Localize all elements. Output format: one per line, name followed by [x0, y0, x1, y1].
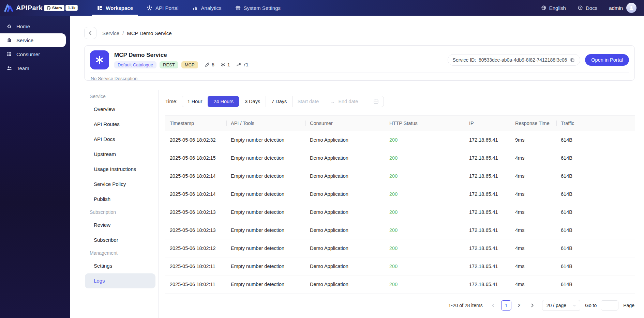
menu-item-review[interactable]: Review	[85, 218, 155, 233]
time-option-24-hours[interactable]: 24 Hours	[208, 96, 239, 107]
topnav-tab-system-settings[interactable]: System Settings	[228, 0, 287, 16]
user-menu[interactable]: admin	[609, 3, 636, 13]
ip-cell: 172.18.65.41	[465, 137, 511, 143]
end-date-input[interactable]	[338, 99, 368, 104]
topnav-tab-api-portal[interactable]: API Portal	[140, 0, 185, 16]
api-tools-cell: Empty number detection	[226, 209, 305, 215]
page-number-2[interactable]: 2	[514, 300, 524, 311]
topnav-tab-label: API Portal	[155, 5, 179, 11]
consumer-cell: Demo Application	[305, 264, 385, 269]
api-portal-icon	[147, 5, 152, 11]
menu-item-subscriber[interactable]: Subscriber	[85, 233, 155, 248]
next-page-button[interactable]	[527, 300, 537, 311]
http-status-cell: 200	[385, 155, 465, 161]
help-icon: ?	[578, 5, 583, 11]
analytics-icon	[192, 5, 198, 11]
column-header-api-tools: API / Tools	[226, 121, 305, 126]
copy-icon[interactable]	[570, 57, 575, 63]
goto-page-input[interactable]	[601, 300, 618, 311]
trend-icon	[236, 62, 241, 67]
traffic-cell: 614B	[556, 282, 635, 287]
time-filter-row: Time: 1 Hour24 Hours3 Days7 Days →	[165, 96, 635, 107]
user-name: admin	[609, 5, 623, 11]
menu-item-logs[interactable]: Logs	[85, 273, 155, 288]
response-time-cell: 9ms	[511, 137, 556, 143]
menu-item-api-routes[interactable]: API Routes	[85, 117, 155, 132]
topnav-tab-label: System Settings	[244, 5, 281, 11]
timestamp-cell: 2025-05-06 18:02:14	[165, 173, 226, 179]
menu-item-upstream[interactable]: Upstream	[85, 147, 155, 162]
github-stars-badge[interactable]: Stars 1.1k	[44, 5, 78, 11]
ip-cell: 172.18.65.41	[465, 264, 511, 269]
sidebar-item-consumer[interactable]: Consumer	[0, 47, 66, 61]
traffic-cell: 614B	[556, 209, 635, 215]
menu-item-service-policy[interactable]: Service Policy	[85, 177, 155, 192]
apipark-logo[interactable]: APIPark	[4, 3, 43, 13]
topnav-tab-label: Analytics	[201, 5, 222, 11]
chevron-left-icon	[491, 303, 496, 308]
column-header-traffic: Traffic	[556, 121, 635, 126]
api-tools-cell: Empty number detection	[226, 137, 305, 143]
topnav-link-docs[interactable]: ?Docs	[578, 5, 597, 11]
topnav-tab-analytics[interactable]: Analytics	[185, 0, 228, 16]
sidebar-item-home[interactable]: Home	[0, 19, 66, 33]
menu-item-settings[interactable]: Settings	[85, 258, 155, 273]
stat-value: 1	[227, 62, 230, 67]
menu-item-publish[interactable]: Publish	[85, 192, 155, 207]
traffic-cell: 614B	[556, 137, 635, 143]
sidebar-item-team[interactable]: Team	[0, 61, 66, 75]
log-row: 2025-05-06 18:02:32Empty number detectio…	[165, 131, 635, 149]
ip-cell: 172.18.65.41	[465, 173, 511, 179]
service-description: No Service Description	[90, 73, 629, 81]
calendar-icon[interactable]	[373, 99, 379, 104]
github-stars-count: 1.1k	[65, 5, 78, 11]
sidebar-item-label: Home	[16, 23, 30, 29]
prev-page-button[interactable]	[488, 300, 498, 311]
logs-content: Time: 1 Hour24 Hours3 Days7 Days → Times…	[159, 90, 635, 318]
trend-stat: 71	[236, 62, 249, 67]
timestamp-cell: 2025-05-06 18:02:15	[165, 155, 226, 161]
mcp-icon	[220, 62, 226, 67]
log-row: 2025-05-06 18:02:11Empty number detectio…	[165, 275, 635, 293]
api-tools-cell: Empty number detection	[226, 155, 305, 161]
chevron-right-icon	[529, 303, 535, 308]
service-icon	[6, 37, 12, 43]
ip-cell: 172.18.65.41	[465, 227, 511, 233]
open-in-portal-button[interactable]: Open in Portal	[585, 54, 629, 66]
time-option-1-hour[interactable]: 1 Hour	[182, 96, 208, 107]
time-option-7-days[interactable]: 7 Days	[266, 96, 292, 107]
logs-table: TimestampAPI / ToolsConsumerHTTP StatusI…	[165, 115, 635, 293]
api-tools-cell: Empty number detection	[226, 282, 305, 287]
consumer-cell: Demo Application	[305, 209, 385, 215]
menu-item-usage-instructions[interactable]: Usage Instructions	[85, 162, 155, 177]
topnav-link-english[interactable]: English	[541, 5, 566, 11]
http-status-cell: 200	[385, 191, 465, 197]
menu-item-overview[interactable]: Overview	[85, 102, 155, 117]
pen-icon	[205, 62, 210, 67]
topnav-tabs: WorkspaceAPI PortalAnalyticsSystem Setti…	[90, 0, 287, 16]
time-option-3-days[interactable]: 3 Days	[239, 96, 266, 107]
user-icon	[628, 5, 634, 11]
menu-item-api-docs[interactable]: API Docs	[85, 132, 155, 147]
pagination-summary: 1-20 of 28 items	[448, 303, 482, 308]
response-time-cell: 4ms	[511, 227, 556, 233]
timestamp-cell: 2025-05-06 18:02:14	[165, 191, 226, 197]
pagination: 1-20 of 28 items 12 20 / page Go to Page	[165, 300, 635, 311]
avatar[interactable]	[626, 3, 636, 13]
response-time-cell: 4ms	[511, 245, 556, 251]
sidebar-item-service[interactable]: Service	[0, 33, 66, 47]
back-button[interactable]	[84, 27, 96, 39]
http-status-cell: 200	[385, 209, 465, 215]
start-date-input[interactable]	[297, 99, 327, 104]
topnav-links: English?Docs	[541, 5, 597, 11]
http-status-cell: 200	[385, 245, 465, 251]
response-time-cell: 4ms	[511, 191, 556, 197]
topnav-tab-workspace[interactable]: Workspace	[90, 0, 140, 16]
page-number-1[interactable]: 1	[501, 300, 511, 311]
consumer-cell: Demo Application	[305, 227, 385, 233]
mcp-badge: MCP	[181, 61, 198, 68]
page-size-select[interactable]: 20 / page	[542, 300, 580, 311]
column-header-response-time: Response Time	[511, 121, 556, 126]
stat-value: 71	[243, 62, 249, 67]
breadcrumb-parent[interactable]: Service	[102, 30, 119, 36]
